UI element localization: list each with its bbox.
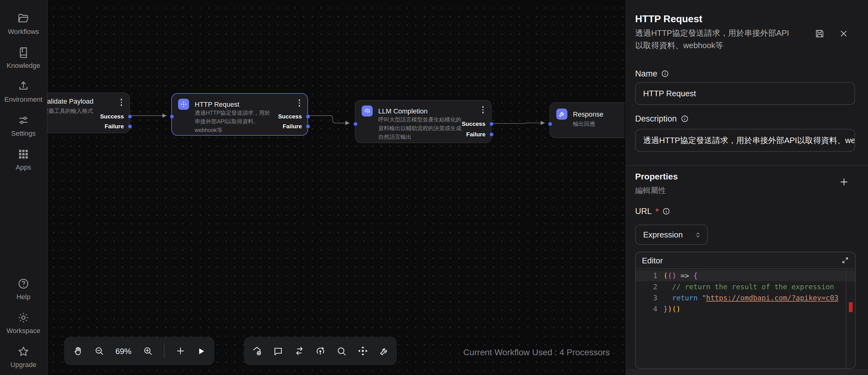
editor-header: Editor [636, 252, 855, 269]
editor-title: Editor [642, 256, 663, 265]
home-plus-icon [251, 345, 262, 356]
port-failure-label: Failure [283, 123, 302, 129]
panel-title: HTTP Request [635, 13, 702, 25]
search-tool-button[interactable] [337, 346, 347, 356]
sidebar-item-knowledge[interactable]: Knowledge [0, 46, 47, 72]
node-description: 呼叫大型語言模型並產生結構化的資料輸出以輔助流程的決策或生成自然語言輸出 [378, 115, 463, 141]
code-area[interactable]: 1(() => { 2 // return the result of the … [636, 269, 855, 369]
info-icon[interactable] [680, 115, 688, 123]
value-type-selected: Expression [643, 230, 689, 239]
port-input[interactable] [353, 122, 357, 125]
workflow-app: Workflows Knowledge Environment Settings… [0, 0, 868, 375]
port-failure-out[interactable] [490, 132, 493, 136]
node-response[interactable]: Response 輸出回應 [550, 103, 625, 138]
node-menu-icon[interactable] [118, 98, 124, 107]
port-success-out[interactable] [490, 122, 493, 125]
http-request-node-icon [178, 99, 189, 110]
port-input[interactable] [548, 122, 552, 125]
description-label-text: Description [635, 114, 677, 123]
llm-completion-node-icon [362, 106, 373, 117]
code-line: })() [663, 304, 846, 315]
sidebar-item-label: Upgrade [10, 361, 36, 368]
canvas-tools-toolbar [244, 337, 397, 365]
swap-connections-button[interactable] [293, 345, 305, 356]
zoom-out-button[interactable] [94, 346, 104, 356]
run-workflow-button[interactable] [196, 346, 206, 355]
plus-icon [839, 177, 849, 187]
info-icon[interactable] [662, 207, 670, 215]
node-menu-icon[interactable] [480, 106, 486, 114]
help-icon [17, 278, 30, 290]
pan-tool-button[interactable] [73, 346, 83, 356]
apps-grid-icon [17, 148, 30, 161]
comment-tool-button[interactable] [273, 346, 283, 356]
line-number: 4 [636, 304, 663, 315]
swap-arrows-icon [293, 345, 305, 356]
zoom-in-button[interactable] [143, 346, 152, 356]
node-title: Response [573, 110, 603, 118]
save-button[interactable] [814, 28, 825, 39]
line-number: 3 [636, 292, 663, 304]
port-failure-out[interactable] [306, 124, 310, 128]
move-diamond-icon [357, 345, 368, 356]
section-divider [625, 165, 868, 166]
sidebar-item-upgrade[interactable]: Upgrade [0, 345, 47, 371]
editor-error-marker [849, 302, 852, 312]
expression-editor: Editor 1(() => { 2 // return the result … [635, 252, 856, 369]
sidebar-item-help[interactable]: Help [0, 278, 47, 304]
node-llm-completion[interactable]: LLM Completion 呼叫大型語言模型並產生結構化的資料輸出以輔助流程的… [355, 100, 492, 143]
gear-icon [17, 312, 30, 324]
edge-http-to-llm [308, 116, 349, 123]
node-description: 透過HTTP協定發送請求，用於串接外部API以取得資料、webhook等 [195, 109, 274, 135]
zoom-in-icon [143, 346, 152, 356]
code-line: // return the result of the expression [663, 281, 846, 292]
node-http-request[interactable]: HTTP Request 透過HTTP協定發送請求，用於串接外部API以取得資料… [171, 93, 308, 136]
zoom-level[interactable]: 69% [116, 346, 131, 355]
add-property-button[interactable] [839, 177, 849, 187]
editor-overview-ruler [846, 269, 846, 369]
node-menu-icon[interactable] [296, 99, 303, 107]
upload-icon [17, 80, 30, 92]
add-node-button[interactable] [176, 346, 185, 356]
sidebar-item-label: Knowledge [7, 62, 40, 69]
tools-button[interactable] [379, 346, 389, 356]
llm-refresh-icon [315, 345, 326, 356]
sidebar-item-apps[interactable]: Apps [0, 148, 47, 174]
sidebar-item-label: Help [16, 293, 30, 300]
port-failure-label: Failure [466, 131, 486, 138]
save-icon [814, 28, 825, 39]
sidebar-item-settings[interactable]: Settings [0, 114, 47, 140]
wrench-icon [379, 346, 389, 356]
close-icon [839, 29, 848, 38]
node-validate-payload[interactable]: Validate Payload 定義工具的輸入格式 Success Failu… [47, 92, 130, 133]
toolbar-divider [163, 344, 164, 358]
sidebar-item-label: Workflows [8, 28, 39, 35]
sidebar-item-workspace[interactable]: Workspace [0, 312, 47, 337]
node-title: LLM Completion [378, 107, 428, 115]
add-trigger-button[interactable] [251, 345, 262, 356]
value-type-select[interactable]: Expression [635, 225, 708, 245]
info-icon[interactable] [661, 70, 669, 78]
port-failure-out[interactable] [128, 124, 131, 128]
code-line: (() => { [663, 270, 846, 281]
line-number: 2 [636, 281, 663, 292]
workflow-edges [47, 0, 625, 375]
properties-title: Properties [635, 171, 678, 181]
panel-footer-strip [625, 370, 868, 375]
port-input[interactable] [170, 114, 174, 118]
port-success-out[interactable] [128, 114, 131, 118]
required-marker: * [655, 207, 658, 216]
close-panel-button[interactable] [839, 29, 848, 38]
sidebar-item-workflows[interactable]: Workflows [0, 12, 47, 38]
llm-tool-button[interactable] [315, 345, 326, 356]
star-icon [17, 345, 30, 358]
workflow-status-text: Current Workflow Used : 4 Processors [463, 347, 610, 357]
http-tool-button[interactable] [357, 345, 368, 356]
port-success-out[interactable] [306, 114, 310, 118]
expand-icon[interactable] [841, 257, 849, 264]
description-input[interactable]: 透過HTTP協定發送請求，用於串接外部API以取得資料、webhook等 [635, 129, 855, 152]
sidebar-item-environment[interactable]: Environment [0, 80, 47, 106]
name-label-text: Name [635, 69, 657, 78]
name-input[interactable]: HTTP Request [635, 82, 855, 105]
workflow-canvas[interactable]: Validate Payload 定義工具的輸入格式 Success Failu… [47, 0, 625, 375]
